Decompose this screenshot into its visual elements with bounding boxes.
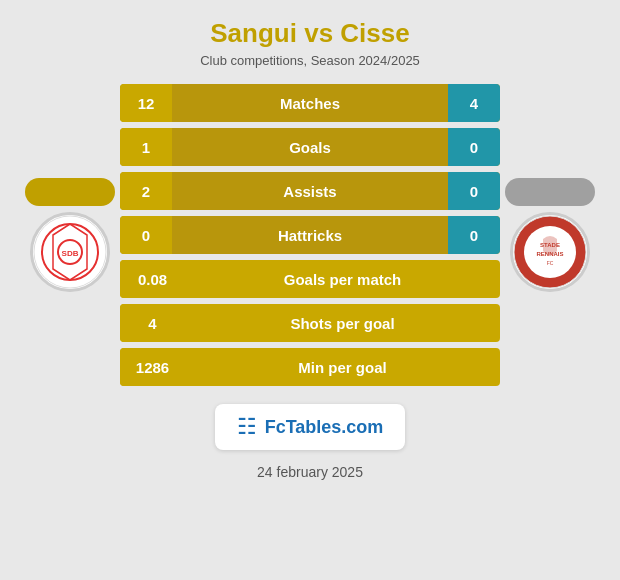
fctables-icon: ☷ <box>237 414 257 440</box>
fctables-text: FcTables.com <box>265 417 384 438</box>
stat-val-goals-per-match: 0.08 <box>120 260 185 298</box>
team-right: STADE RENNAIS FC <box>500 178 600 292</box>
stat-label-matches: Matches <box>172 95 448 112</box>
stat-row-hattricks: 0 Hattricks 0 <box>120 216 500 254</box>
stat-label-assists: Assists <box>172 183 448 200</box>
stat-label-hattricks: Hattricks <box>172 227 448 244</box>
page-wrapper: Sangui vs Cisse Club competitions, Seaso… <box>0 0 620 580</box>
stat-right-assists: 0 <box>448 172 500 210</box>
date-footer: 24 february 2025 <box>257 464 363 480</box>
stat-row-matches: 12 Matches 4 <box>120 84 500 122</box>
team-left: SDB <box>20 178 120 292</box>
logo-section: ☷ FcTables.com <box>215 404 406 450</box>
stat-left-assists: 2 <box>120 172 172 210</box>
stat-left-hattricks: 0 <box>120 216 172 254</box>
fctables-badge: ☷ FcTables.com <box>215 404 406 450</box>
stat-val-min-per-goal: 1286 <box>120 348 185 386</box>
title-section: Sangui vs Cisse Club competitions, Seaso… <box>190 0 430 74</box>
stat-row-assists: 2 Assists 0 <box>120 172 500 210</box>
stat-left-goals: 1 <box>120 128 172 166</box>
svg-text:SDB: SDB <box>62 249 79 258</box>
stat-right-matches: 4 <box>448 84 500 122</box>
team-right-pill <box>505 178 595 206</box>
team-left-logo: SDB <box>30 212 110 292</box>
stats-column: 12 Matches 4 1 Goals 0 2 Assists 0 0 Hat… <box>120 84 500 386</box>
stat-row-goals: 1 Goals 0 <box>120 128 500 166</box>
team-left-pill <box>25 178 115 206</box>
stat-row-min-per-goal: 1286 Min per goal <box>120 348 500 386</box>
stat-right-hattricks: 0 <box>448 216 500 254</box>
stat-row-shots-per-goal: 4 Shots per goal <box>120 304 500 342</box>
stat-label-goals: Goals <box>172 139 448 156</box>
stat-left-matches: 12 <box>120 84 172 122</box>
stat-row-goals-per-match: 0.08 Goals per match <box>120 260 500 298</box>
svg-text:FC: FC <box>547 260 554 266</box>
page-subtitle: Club competitions, Season 2024/2025 <box>200 53 420 68</box>
stat-right-goals: 0 <box>448 128 500 166</box>
stat-label-goals-per-match: Goals per match <box>185 271 500 288</box>
content-area: SDB 12 Matches 4 1 Goals 0 2 Assists 0 <box>0 84 620 386</box>
stat-label-min-per-goal: Min per goal <box>185 359 500 376</box>
stat-val-shots-per-goal: 4 <box>120 304 185 342</box>
team-right-logo: STADE RENNAIS FC <box>510 212 590 292</box>
page-title: Sangui vs Cisse <box>200 18 420 49</box>
stat-label-shots-per-goal: Shots per goal <box>185 315 500 332</box>
